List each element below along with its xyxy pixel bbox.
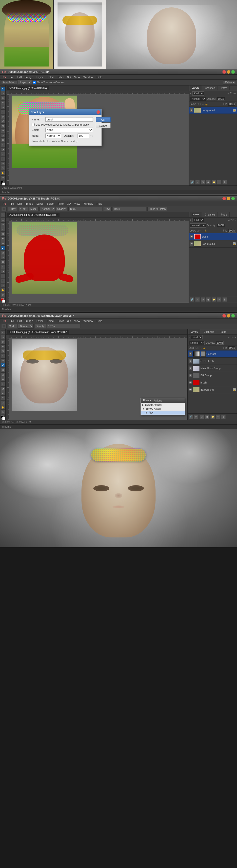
heal-tool-3[interactable]: ⊕ — [1, 359, 5, 363]
layer-eye-brush[interactable]: 👁 — [190, 235, 193, 239]
fg-bg-colors-2[interactable] — [1, 298, 5, 303]
brush-tool[interactable]: 🖌 — [1, 119, 5, 124]
mode-select[interactable]: Normal Dissolve Multiply Screen Overlay — [46, 133, 61, 138]
dodge-tool-3[interactable]: ◔ — [1, 386, 5, 391]
tab-paths-3[interactable]: Paths — [218, 330, 228, 334]
pen-tool-2[interactable]: ✒ — [1, 274, 5, 278]
tab-layers-2[interactable]: Layers — [190, 212, 202, 217]
layer-eye-main[interactable]: 👁 — [189, 367, 192, 370]
doc-tab-2[interactable]: D00008.com.jpg @ 28.7% Brush: RGB/8#) * — [7, 213, 60, 217]
maximize-button[interactable] — [231, 70, 235, 74]
close-button[interactable] — [222, 70, 226, 74]
menu-layer[interactable]: Layer — [35, 75, 45, 79]
background-color[interactable] — [2, 183, 5, 185]
heal-tool-2[interactable]: ⊕ — [1, 241, 5, 246]
new-layer-icon-3[interactable]: + — [216, 414, 220, 419]
heal-tool[interactable]: ⊕ — [1, 115, 5, 119]
menu-view-2[interactable]: View — [73, 202, 81, 206]
menu-window-2[interactable]: Window — [82, 202, 95, 206]
brush-tool-2[interactable]: 🖌 — [1, 246, 5, 250]
menu-edit-3[interactable]: Edit — [16, 319, 23, 323]
menu-file[interactable]: File — [8, 75, 15, 79]
tab-channels-3[interactable]: Channels — [202, 330, 216, 334]
layer-main-photo[interactable]: 👁 Main Photo Group — [188, 365, 237, 372]
close-btn-2[interactable] — [222, 197, 226, 200]
mask-icon[interactable]: ⊡ — [201, 180, 205, 185]
menu-edit[interactable]: Edit — [16, 75, 23, 79]
eraser-tool-3[interactable]: ◻ — [1, 372, 5, 377]
mode-select-2[interactable]: Normal — [40, 207, 55, 211]
menu-file-3[interactable]: File — [8, 319, 15, 323]
window-controls[interactable] — [222, 70, 235, 74]
color-select[interactable]: None Red Orange Yellow Green Blue Violet — [46, 128, 93, 132]
crop-tool[interactable]: ⊡ — [1, 105, 5, 110]
crop-tool-2[interactable]: ⊡ — [1, 232, 5, 236]
menu-filter-3[interactable]: Filter — [56, 319, 65, 323]
tab-layers-1[interactable]: Layers — [190, 86, 202, 91]
type-tool[interactable]: T — [1, 157, 5, 161]
blur-tool-2[interactable]: ○ — [1, 265, 5, 269]
menu-select[interactable]: Select — [45, 75, 56, 79]
opacity-input-3[interactable] — [47, 324, 81, 328]
max-btn-2[interactable] — [231, 197, 235, 200]
layer-eye-brush-3[interactable]: 👁 — [189, 381, 192, 384]
zoom-tool-3[interactable]: ⊕ — [1, 410, 5, 414]
menu-window[interactable]: Window — [82, 75, 95, 79]
brush-tool-3[interactable]: 🖌 — [1, 363, 5, 368]
layer-over-effects[interactable]: 👁 Over Effects — [188, 358, 237, 365]
type-tool-3[interactable]: T — [1, 396, 5, 400]
mask-icon-3[interactable]: ⊡ — [200, 414, 204, 419]
eyedropper-tool[interactable]: ✒ — [1, 110, 5, 114]
menu-filter-2[interactable]: Filter — [56, 202, 65, 206]
tab-channels-1[interactable]: Channels — [203, 86, 217, 90]
tab-channels-2[interactable]: Channels — [203, 212, 217, 217]
link-icon-2[interactable]: 🔗 — [190, 297, 194, 302]
eraser-tool[interactable]: ◻ — [1, 133, 5, 138]
fill-input-2[interactable] — [228, 229, 236, 232]
window-controls-3[interactable] — [222, 314, 235, 317]
bg-color-3[interactable] — [2, 417, 5, 420]
fill-input-panel-1[interactable] — [228, 102, 236, 106]
quick-select-tool-3[interactable]: ✦ — [1, 344, 5, 349]
trash-icon[interactable]: 🗑 — [222, 180, 227, 185]
blend-mode-select-1[interactable]: Normal — [190, 97, 206, 101]
menu-ps-2[interactable]: Ps — [1, 202, 7, 206]
menu-image[interactable]: Image — [24, 75, 34, 79]
group-icon-2[interactable]: 📁 — [212, 297, 216, 302]
menu-help-3[interactable]: Help — [95, 319, 104, 323]
adj-icon[interactable]: ◑ — [206, 180, 211, 185]
zoom-tool-2[interactable]: ⊕ — [1, 292, 5, 297]
tab-layers-3[interactable]: Layers — [189, 329, 200, 335]
quick-select-tool-2[interactable]: ✦ — [1, 227, 5, 231]
marquee-tool-3[interactable]: ▭ — [1, 335, 5, 339]
airbrush-btn[interactable]: Erase to History — [148, 207, 167, 211]
hand-tool-2[interactable]: ✋ — [1, 288, 5, 292]
layer-eye-bg-group[interactable]: 👁 — [189, 374, 192, 377]
flow-input[interactable] — [112, 207, 147, 211]
trash-icon-3[interactable]: 🗑 — [221, 414, 226, 419]
hand-tool-3[interactable]: ✋ — [1, 405, 5, 410]
menu-ps[interactable]: Ps — [1, 75, 7, 79]
hand-tool[interactable]: ✋ — [1, 171, 5, 175]
min-btn-3[interactable] — [227, 314, 230, 317]
menu-view[interactable]: View — [73, 75, 81, 79]
layer-contrast[interactable]: 👁 Contrast — [188, 350, 237, 358]
fg-bg-colors-3[interactable] — [1, 415, 5, 420]
blend-mode-select-2[interactable]: Normal — [190, 223, 206, 227]
move-tool[interactable]: ↖ — [1, 87, 5, 91]
opacity-input-panel-1[interactable] — [217, 97, 225, 101]
menu-layer-2[interactable]: Layer — [35, 202, 45, 206]
menu-3d[interactable]: 3D — [66, 75, 72, 79]
history-item-play[interactable]: ▶ Play — [141, 411, 185, 415]
menu-3d-2[interactable]: 3D — [66, 202, 72, 206]
zoom-tool[interactable]: ⊕ — [1, 175, 5, 180]
shape-tool[interactable]: □ — [1, 166, 5, 170]
menu-help[interactable]: Help — [95, 75, 104, 79]
fill-input-3[interactable] — [228, 346, 236, 350]
lasso-tool[interactable]: ⊙ — [1, 96, 5, 100]
menu-image-2[interactable]: Image — [24, 202, 34, 206]
lasso-tool-2[interactable]: ⊙ — [1, 222, 5, 227]
tab-paths-1[interactable]: Paths — [219, 86, 230, 90]
menu-select-2[interactable]: Select — [45, 202, 56, 206]
layer-brush-2[interactable]: 👁 brush — [189, 233, 237, 240]
